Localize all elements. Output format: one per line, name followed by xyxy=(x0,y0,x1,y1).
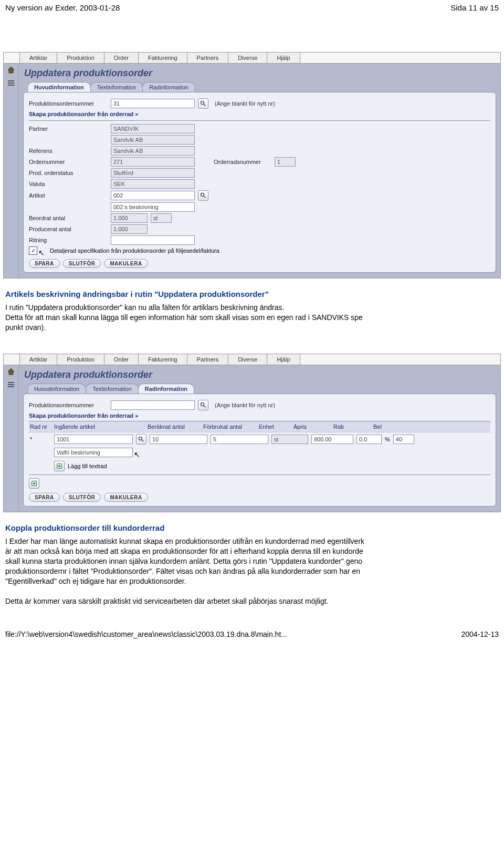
detalj-checkbox[interactable]: ✓ xyxy=(29,246,37,255)
prodordernr-input[interactable] xyxy=(111,400,195,410)
article-heading-1: Artikels beskrivning ändringsbar i rutin… xyxy=(5,289,499,300)
rab-unit: % xyxy=(385,436,390,442)
detalj-check-label: Detaljerad specifikation från produktion… xyxy=(50,247,219,254)
svg-point-5 xyxy=(201,193,204,197)
svg-line-4 xyxy=(204,104,206,106)
app-window-1: Artiklar Produktion Order Fakturering Pa… xyxy=(3,52,501,278)
header-right: Sida 11 av 15 xyxy=(450,3,499,12)
rad-value: * xyxy=(30,436,51,442)
search-icon[interactable] xyxy=(136,434,146,445)
line-header: Rad nr Ingående artikel Beräknat antal F… xyxy=(29,421,490,432)
article-p: Detta är kommer vara särskilt praktiskt … xyxy=(5,596,499,606)
partner-name-input[interactable]: Sandvik AB xyxy=(111,135,195,145)
berk-input[interactable]: 10 xyxy=(150,435,207,444)
cursor-icon: ↖ xyxy=(134,450,140,459)
home-icon[interactable] xyxy=(7,66,15,76)
skapa-link[interactable]: Skapa produktionsorder från orderrad » xyxy=(29,412,490,419)
col-berk: Beräknat antal xyxy=(148,424,200,430)
referens-label: Referens xyxy=(29,148,108,154)
tab-radinformation[interactable]: Radinformation xyxy=(142,82,195,92)
apris-input[interactable]: 800.00 xyxy=(311,435,353,444)
ritning-input[interactable] xyxy=(111,235,195,245)
menu-artiklar[interactable]: Artiklar xyxy=(20,354,57,365)
svg-line-6 xyxy=(204,196,206,198)
lagg-label[interactable]: Lägg till textrad xyxy=(68,463,107,469)
article-between: Artikels beskrivning ändringsbar i rutin… xyxy=(5,289,499,333)
bel-input[interactable]: 40 xyxy=(393,435,414,444)
menu-fakturering[interactable]: Fakturering xyxy=(139,53,187,63)
home-icon[interactable] xyxy=(7,367,15,377)
menu-fakturering[interactable]: Fakturering xyxy=(139,354,187,365)
beordrat-input[interactable]: 1.000 xyxy=(111,213,148,223)
list-icon[interactable] xyxy=(7,79,15,89)
article-p: produktionsordernr i fältet "Produktions… xyxy=(5,566,499,576)
menu-produktion[interactable]: Produktion xyxy=(57,354,104,365)
spara-button[interactable]: SPARA xyxy=(29,259,60,268)
search-icon[interactable] xyxy=(198,400,208,410)
rab-input[interactable]: 0.0 xyxy=(356,435,382,444)
svg-rect-8 xyxy=(8,384,14,385)
tab-textinformation[interactable]: Textinformation xyxy=(86,384,139,394)
orderstatus-input[interactable]: Slutförd xyxy=(111,168,195,178)
ritning-label: Ritning xyxy=(29,237,108,243)
menu-order[interactable]: Order xyxy=(104,354,139,365)
art-input[interactable]: 1001 xyxy=(54,435,133,444)
valuta-input[interactable]: SEK xyxy=(111,179,195,189)
orderradsnr-input[interactable]: 1 xyxy=(275,157,296,167)
add-row-icon[interactable] xyxy=(29,478,39,489)
partner-code-input[interactable]: SANDVIK xyxy=(111,124,195,133)
orderradsnr-label: Orderradsnummer xyxy=(214,159,271,165)
referens-input[interactable]: Sandvik AB xyxy=(111,146,195,156)
search-icon[interactable] xyxy=(198,190,208,201)
menu-hjalp[interactable]: Hjälp xyxy=(267,53,300,63)
search-icon[interactable] xyxy=(198,98,208,109)
ordernummer-input[interactable]: 271 xyxy=(111,157,195,167)
menu-produktion[interactable]: Produktion xyxy=(57,53,104,63)
menu-diverse[interactable]: Diverse xyxy=(228,53,267,63)
menu-order[interactable]: Order xyxy=(104,53,139,63)
iconbar xyxy=(4,64,19,278)
forb-input[interactable]: 5 xyxy=(211,435,268,444)
desc-input[interactable]: Valfri beskrivning xyxy=(54,448,133,457)
menu-partners[interactable]: Partners xyxy=(187,354,229,365)
menu-hjalp[interactable]: Hjälp xyxy=(267,354,300,365)
article-p: skall kunna starta produktionen innan sj… xyxy=(5,556,499,566)
beordrat-unit-input[interactable]: st xyxy=(151,213,172,223)
menu-partners[interactable]: Partners xyxy=(187,53,229,63)
slutfor-button[interactable]: SLUTFÖR xyxy=(63,259,101,268)
article-p: I Exder har man länge automatiskt kunnat… xyxy=(5,536,499,546)
producerat-input[interactable]: 1.000 xyxy=(111,224,148,234)
menu-diverse[interactable]: Diverse xyxy=(228,354,267,365)
list-icon[interactable] xyxy=(7,380,15,390)
article-p: I rutin "Uppdatera produktionsorder" kan… xyxy=(5,303,499,313)
spara-button[interactable]: SPARA xyxy=(29,493,60,502)
enh-input[interactable]: st xyxy=(271,435,308,444)
skapa-link[interactable]: Skapa produktionsorder från orderrad » xyxy=(29,111,490,117)
cursor-icon: ↖ xyxy=(38,249,45,257)
artikeldesc-input[interactable]: 002:s beskrivning xyxy=(111,202,195,212)
makulera-button[interactable]: MAKULERA xyxy=(104,493,148,502)
slutfor-button[interactable]: SLUTFÖR xyxy=(63,493,101,502)
add-textrow-icon[interactable] xyxy=(54,461,65,471)
article-after: Koppla produktionsorder till kundorderra… xyxy=(5,523,499,606)
window-title: Uppdatera produktionsorder xyxy=(24,369,496,380)
tab-huvudinformation[interactable]: Huvudinformation xyxy=(27,384,86,394)
form-panel: Produktionsordernummer 31 (Ange blankt f… xyxy=(23,92,496,273)
menu-artiklar[interactable]: Artiklar xyxy=(20,53,57,63)
svg-rect-7 xyxy=(8,382,14,383)
artikel-input[interactable]: 002 xyxy=(111,191,195,200)
svg-rect-9 xyxy=(8,386,14,387)
prodordernr-input[interactable]: 31 xyxy=(111,99,195,108)
artikel-label: Artikel xyxy=(29,192,108,199)
menubar: Artiklar Produktion Order Fakturering Pa… xyxy=(4,354,500,365)
page-header: Ny version av Exder, 2003-01-28 Sida 11 … xyxy=(0,0,504,15)
tab-textinformation[interactable]: Textinformation xyxy=(90,82,143,92)
svg-rect-0 xyxy=(8,80,14,81)
tab-huvudinformation[interactable]: Huvudinformation xyxy=(27,82,91,92)
makulera-button[interactable]: MAKULERA xyxy=(104,259,148,268)
window-title: Uppdatera produktionsorder xyxy=(24,68,496,79)
svg-rect-2 xyxy=(8,85,14,86)
svg-point-10 xyxy=(201,402,204,406)
tab-radinformation[interactable]: Radinformation xyxy=(138,384,194,394)
footer: file://Y:\web\version4\swedish\customer_… xyxy=(0,627,504,642)
